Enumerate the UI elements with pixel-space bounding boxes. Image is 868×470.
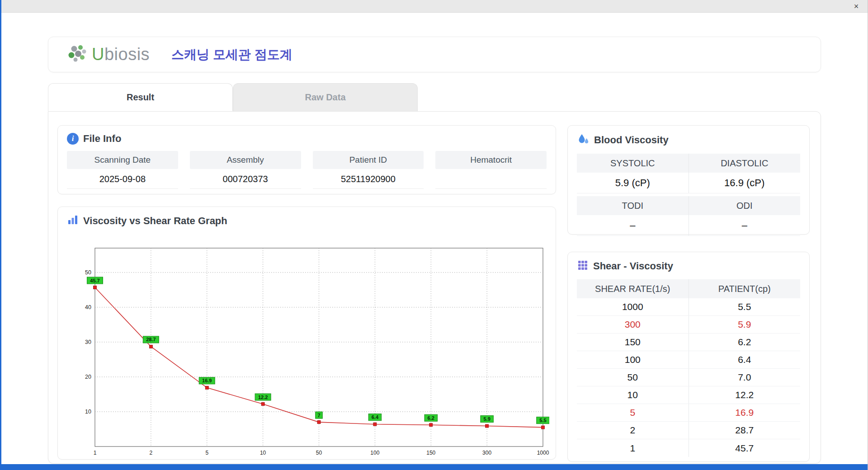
bv-header-cell: DIASTOLIC	[689, 154, 801, 173]
patient-cell: 16.9	[689, 404, 801, 421]
svg-text:20: 20	[85, 374, 91, 380]
shear-rate-cell: 2	[577, 422, 689, 439]
app-header: Ubiosis 스캐닝 모세관 점도계	[48, 37, 821, 72]
svg-text:1: 1	[94, 450, 97, 456]
svg-text:6.2: 6.2	[428, 415, 434, 421]
shear-table-row: 1 45.7	[577, 439, 800, 457]
result-panel: i File Info Scanning Date 2025-09-08 Ass…	[48, 111, 821, 464]
window-bottom-border	[1, 464, 868, 470]
shear-table-row: 150 6.2	[577, 334, 800, 351]
file-info-field: Scanning Date 2025-09-08	[67, 151, 178, 189]
field-value: 2025-09-08	[67, 169, 178, 189]
field-label: Hematocrit	[435, 151, 547, 169]
patient-cell: 7.0	[689, 369, 801, 386]
shear-table-body: 1000 5.5 300 5.9 150 6.2 100 6.4 50 7.0 …	[577, 298, 800, 457]
bv-header-cell: TODI	[577, 196, 689, 215]
patient-cell: 12.2	[689, 386, 801, 404]
svg-text:30: 30	[85, 339, 91, 345]
shear-table-row: 300 5.9	[577, 316, 800, 334]
blood-viscosity-card: Blood Viscosity SYSTOLIC DIASTOLIC 5.9 (…	[567, 125, 810, 235]
svg-text:40: 40	[85, 304, 91, 310]
file-info-field: Patient ID 52511920900	[313, 151, 424, 189]
content-area: Ubiosis 스캐닝 모세관 점도계 Result Raw Data i Fi…	[1, 13, 868, 464]
shear-table-row: 5 16.9	[577, 404, 800, 422]
bar-chart-icon	[67, 214, 79, 228]
app-window: × Ubiosis 스캐닝 모세관 점도계	[0, 0, 868, 470]
patient-cell: 6.4	[689, 351, 801, 368]
shear-rate-cell: 1000	[577, 298, 689, 315]
graph-title: Viscosity vs Shear Rate Graph	[83, 215, 227, 227]
shear-table-row: 50 7.0	[577, 369, 800, 386]
svg-text:10: 10	[85, 409, 91, 415]
bv-header-cell: ODI	[689, 196, 801, 215]
viscosity-chart: 10203040501251050100150300100045.728.716…	[72, 236, 549, 462]
svg-text:28.7: 28.7	[146, 337, 156, 342]
file-info-field: Assembly 000720373	[190, 151, 301, 189]
bv-header-row: TODI ODI	[577, 196, 800, 215]
svg-text:2: 2	[150, 450, 153, 456]
file-info-card: i File Info Scanning Date 2025-09-08 Ass…	[57, 125, 556, 194]
brand-name: Ubiosis	[92, 45, 150, 64]
svg-text:5: 5	[205, 450, 208, 456]
patient-column-header: PATIENT(cp)	[689, 279, 801, 298]
svg-text:45.7: 45.7	[90, 278, 99, 283]
shear-rate-cell: 1	[577, 439, 689, 457]
svg-text:50: 50	[85, 269, 91, 276]
shear-rate-cell: 5	[577, 404, 689, 421]
shear-rate-cell: 10	[577, 386, 689, 404]
bv-header-cell: SYSTOLIC	[577, 154, 689, 173]
svg-text:6.4: 6.4	[372, 414, 379, 420]
svg-text:5.9: 5.9	[483, 416, 490, 422]
field-label: Assembly	[190, 151, 301, 169]
logo-cluster-icon	[67, 44, 88, 66]
tab-raw-data[interactable]: Raw Data	[233, 83, 418, 111]
shear-rate-cell: 150	[577, 334, 689, 351]
bv-value-cell: –	[689, 215, 801, 236]
svg-text:10: 10	[260, 450, 266, 456]
shear-table-row: 2 28.7	[577, 422, 800, 439]
field-value: 52511920900	[313, 169, 424, 189]
bv-value-row: – –	[577, 215, 800, 236]
blood-viscosity-grid: SYSTOLIC DIASTOLIC 5.9 (cP) 16.9 (cP) TO…	[577, 154, 800, 236]
shear-viscosity-title: Shear - Viscosity	[593, 260, 673, 272]
left-column: i File Info Scanning Date 2025-09-08 Ass…	[57, 125, 556, 452]
close-icon[interactable]: ×	[851, 2, 861, 10]
tab-bar: Result Raw Data	[48, 83, 868, 111]
tab-result[interactable]: Result	[48, 83, 233, 111]
svg-text:12.2: 12.2	[258, 395, 268, 400]
svg-text:1000: 1000	[537, 450, 549, 456]
table-icon	[577, 259, 589, 273]
shear-table-row: 1000 5.5	[577, 298, 800, 316]
file-info-fields: Scanning Date 2025-09-08 Assembly 000720…	[67, 151, 547, 189]
svg-text:100: 100	[370, 450, 379, 456]
file-info-title: File Info	[83, 133, 121, 145]
field-label: Patient ID	[313, 151, 424, 169]
shear-rate-cell: 100	[577, 351, 689, 368]
shear-rate-cell: 300	[577, 316, 689, 333]
ubiosis-logo: Ubiosis	[67, 44, 150, 66]
blood-viscosity-title: Blood Viscosity	[594, 134, 669, 146]
svg-text:7: 7	[317, 413, 320, 418]
shear-table-row: 100 6.4	[577, 351, 800, 369]
shear-table-row: 10 12.2	[577, 386, 800, 404]
svg-text:16.9: 16.9	[202, 378, 212, 383]
svg-text:150: 150	[426, 450, 435, 456]
patient-cell: 28.7	[689, 422, 801, 439]
patient-cell: 5.9	[689, 316, 801, 333]
bv-value-cell: –	[577, 215, 689, 236]
field-value: 000720373	[190, 169, 301, 189]
info-icon: i	[67, 133, 79, 145]
bv-value-row: 5.9 (cP) 16.9 (cP)	[577, 173, 800, 193]
window-titlebar: ×	[1, 0, 868, 13]
viscosity-graph-card: Viscosity vs Shear Rate Graph 1020304050…	[57, 207, 556, 460]
patient-cell: 6.2	[689, 334, 801, 351]
droplet-icon	[577, 133, 590, 147]
svg-text:300: 300	[482, 450, 491, 456]
field-value	[435, 169, 547, 189]
file-info-field: Hematocrit	[435, 151, 547, 189]
bv-header-row: SYSTOLIC DIASTOLIC	[577, 154, 800, 173]
shear-viscosity-card: Shear - Viscosity SHEAR RATE(1/s) PATIEN…	[567, 252, 810, 462]
shear-rate-column-header: SHEAR RATE(1/s)	[577, 279, 689, 298]
shear-rate-cell: 50	[577, 369, 689, 386]
bv-value-cell: 16.9 (cP)	[689, 173, 801, 193]
